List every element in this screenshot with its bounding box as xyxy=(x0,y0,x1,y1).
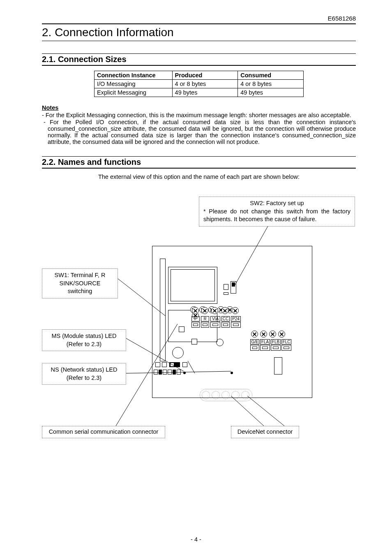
doc-id: E6581268 xyxy=(42,15,356,22)
connection-sizes-table: Connection Instance Produced Consumed I/… xyxy=(94,71,304,97)
callout-sw2-line1: SW2: Factory set up xyxy=(203,199,350,208)
section-heading-22: 2.2. Names and functions xyxy=(42,157,356,167)
terminal-label-fla: FLA xyxy=(260,339,270,345)
callout-devicenet: DeviceNet connector xyxy=(231,426,299,438)
td-instance: Explicit Messaging xyxy=(95,88,173,97)
terminal-label-cc: CC xyxy=(221,316,230,321)
section-heading-21: 2.1. Connection Sizes xyxy=(42,55,356,64)
terminal-label-r: R xyxy=(201,316,209,321)
section-22-intro: The external view of this option and the… xyxy=(42,173,356,180)
callout-ns-led: NS (Network status) LED (Refer to 2.3) xyxy=(42,363,126,385)
th-consumed: Consumed xyxy=(238,71,304,80)
h2-rule xyxy=(42,65,356,66)
h1-rule-top xyxy=(42,23,356,24)
td-consumed: 4 or 8 bytes xyxy=(238,80,304,88)
td-produced: 49 bytes xyxy=(172,88,238,97)
terminal-label-flc: FLC xyxy=(281,339,291,345)
h2-rule xyxy=(42,168,356,169)
td-produced: 4 or 8 bytes xyxy=(172,80,238,88)
callout-common-serial: Common serial communication connector xyxy=(42,426,165,438)
callout-devicenet-text: DeviceNet connector xyxy=(238,428,293,435)
td-consumed: 49 bytes xyxy=(238,88,304,97)
td-instance: I/O Messaging xyxy=(95,80,173,88)
callout-sw2: SW2: Factory set up * Please do not chan… xyxy=(199,197,355,227)
callout-sw2-line2: * Please do not change this switch from … xyxy=(203,208,350,224)
notes-heading: Notes xyxy=(42,104,356,111)
h1-rule-bot xyxy=(42,41,356,41)
callout-ms-line2: (Refer to 2.3) xyxy=(46,340,122,349)
page-title: 2. Connection Information xyxy=(42,26,356,39)
callout-sw1: SW1: Terminal F, R SINK/SOURCE switching xyxy=(42,268,118,298)
note-item: - For the Polled I/O connection, if the … xyxy=(42,119,356,145)
callout-sw1-line2: SINK/SOURCE switching xyxy=(46,280,113,296)
terminal-label-f: F xyxy=(191,316,200,321)
svg-line-7 xyxy=(247,396,284,426)
th-produced: Produced xyxy=(172,71,238,80)
terminal-label-ge: G/E xyxy=(250,339,259,345)
h2-rule xyxy=(42,53,356,54)
terminal-label-flb: FLB xyxy=(271,339,281,345)
table-header-row: Connection Instance Produced Consumed xyxy=(95,71,304,80)
parts-diagram: SW2: Factory set up * Please do not chan… xyxy=(42,197,356,451)
h2-rule xyxy=(42,156,356,157)
terminal-label-via: VIA xyxy=(210,316,220,321)
table-row: Explicit Messaging 49 bytes 49 bytes xyxy=(95,88,304,97)
callout-ms-line1: MS (Module status) LED xyxy=(46,332,122,340)
page-number: - 4 - xyxy=(0,536,392,543)
callout-ns-line2: (Refer to 2.3) xyxy=(46,374,122,382)
callout-common-text: Common serial communication connector xyxy=(49,428,159,435)
callout-ns-line1: NS (Network status) LED xyxy=(46,366,122,374)
pcb-outline: F R VIA CC P24 xyxy=(152,246,312,398)
terminal-label-p24: P24 xyxy=(231,316,241,321)
callout-ms-led: MS (Module status) LED (Refer to 2.3) xyxy=(42,329,126,351)
table-row: I/O Messaging 4 or 8 bytes 4 or 8 bytes xyxy=(95,80,304,88)
callout-sw1-line1: SW1: Terminal F, R xyxy=(46,271,113,280)
th-instance: Connection Instance xyxy=(95,71,173,80)
note-item: - For the Explicit Messaging connection,… xyxy=(42,112,356,118)
